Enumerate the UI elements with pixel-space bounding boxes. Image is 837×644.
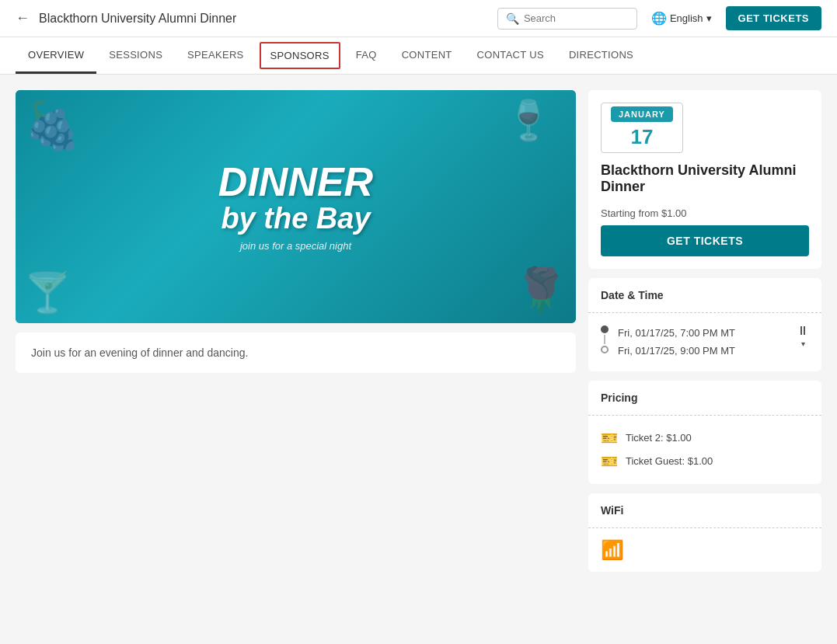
dot-start xyxy=(601,325,609,333)
date-month-badge: JANUARY xyxy=(611,106,673,122)
tab-sponsors[interactable]: SPONSORS xyxy=(260,42,340,69)
dot-end xyxy=(601,346,609,353)
wifi-icon: 📶 xyxy=(601,539,624,560)
decor-wine-icon: 🍷 xyxy=(504,98,553,143)
pricing-body: 🎫 Ticket 2: $1.00 🎫 Ticket Guest: $1.00 xyxy=(588,416,821,484)
pricing-item-1: 🎫 Ticket 2: $1.00 xyxy=(601,426,809,450)
date-time-body: Fri, 01/17/25, 7:00 PM MT Fri, 01/17/25,… xyxy=(588,313,821,371)
tab-sessions[interactable]: SESSIONS xyxy=(96,38,175,74)
event-description: Join us for an evening of dinner and dan… xyxy=(31,346,560,359)
description-card: Join us for an evening of dinner and dan… xyxy=(16,332,576,373)
header-right: 🔍 🌐 English ▾ GET TICKETS xyxy=(497,6,821,30)
tab-faq[interactable]: FAQ xyxy=(344,38,389,74)
get-tickets-header-button[interactable]: GET TICKETS xyxy=(726,6,821,30)
event-banner-title-line2: by the Bay xyxy=(218,202,373,235)
decor-cocktail-icon: 🍸 xyxy=(23,270,71,315)
date-time-card: Date & Time Fri, 01/17/25, 7:00 PM MT Fr… xyxy=(588,278,821,371)
event-image-card: 🍇 🍷 🍸 🌹 DINNER by the Bay join us for a … xyxy=(16,90,576,323)
price-label: Starting from $1.00 xyxy=(601,207,809,219)
pricing-card: Pricing 🎫 Ticket 2: $1.00 🎫 Ticket Guest… xyxy=(588,381,821,484)
globe-icon: 🌐 xyxy=(651,11,667,26)
event-banner-title-line1: DINNER xyxy=(218,162,373,202)
search-box: 🔍 xyxy=(497,8,637,30)
date-time-header: Date & Time xyxy=(588,278,821,312)
tab-speakers[interactable]: SPEAKERS xyxy=(175,38,256,74)
tab-contact[interactable]: CONTACT US xyxy=(465,38,556,74)
pricing-header: Pricing xyxy=(588,381,821,415)
event-title-right: Blackthorn University Alumni Dinner xyxy=(601,162,809,195)
tab-directions[interactable]: DIRECTIONS xyxy=(556,38,646,74)
decor-flower-icon: 🌹 xyxy=(514,265,568,315)
calendar-expand-button[interactable]: ⏸ ▾ xyxy=(797,324,809,348)
date-day-number: 17 xyxy=(630,125,653,149)
ticket-icon-1: 🎫 xyxy=(601,430,618,447)
right-panel: JANUARY 17 Blackthorn University Alumni … xyxy=(588,90,821,572)
header-left: ← Blackthorn University Alumni Dinner xyxy=(16,10,236,26)
tab-content[interactable]: CONTENT xyxy=(389,38,465,74)
language-selector[interactable]: 🌐 English ▾ xyxy=(645,7,718,30)
tab-overview[interactable]: OVERVIEW xyxy=(16,38,96,74)
ticket-label-2: Ticket Guest: $1.00 xyxy=(626,455,713,467)
wifi-header: WiFi xyxy=(588,493,821,527)
calendar-pause-icon: ⏸ xyxy=(797,324,809,338)
decor-grapes-icon: 🍇 xyxy=(23,98,82,153)
date-badge-box: JANUARY 17 xyxy=(601,103,683,153)
search-icon: 🔍 xyxy=(506,12,519,25)
pricing-item-2: 🎫 Ticket Guest: $1.00 xyxy=(601,450,809,473)
datetime-times: Fri, 01/17/25, 7:00 PM MT Fri, 01/17/25,… xyxy=(618,324,787,360)
ticket-label-1: Ticket 2: $1.00 xyxy=(626,432,692,444)
left-panel: 🍇 🍷 🍸 🌹 DINNER by the Bay join us for a … xyxy=(16,90,576,572)
start-time: Fri, 01/17/25, 7:00 PM MT xyxy=(618,324,787,342)
language-label: English xyxy=(670,12,703,24)
event-banner-subtitle: join us for a special night xyxy=(218,240,373,252)
dot-line xyxy=(604,335,605,344)
datetime-dots xyxy=(601,324,609,353)
search-input[interactable] xyxy=(524,12,629,24)
chevron-down-icon: ▾ xyxy=(706,12,712,24)
nav-tabs: OVERVIEW SESSIONS SPEAKERS SPONSORS FAQ … xyxy=(0,37,837,75)
chevron-down-icon: ▾ xyxy=(801,339,805,348)
main-content: 🍇 🍷 🍸 🌹 DINNER by the Bay join us for a … xyxy=(0,75,837,587)
event-header-card: JANUARY 17 Blackthorn University Alumni … xyxy=(588,90,821,269)
page-title: Blackthorn University Alumni Dinner xyxy=(39,12,236,26)
end-time: Fri, 01/17/25, 9:00 PM MT xyxy=(618,342,787,360)
wifi-card: WiFi 📶 xyxy=(588,493,821,572)
event-banner: 🍇 🍷 🍸 🌹 DINNER by the Bay join us for a … xyxy=(16,90,576,323)
get-tickets-main-button[interactable]: GET TICKETS xyxy=(601,225,809,256)
datetime-row: Fri, 01/17/25, 7:00 PM MT Fri, 01/17/25,… xyxy=(601,324,809,360)
header: ← Blackthorn University Alumni Dinner 🔍 … xyxy=(0,0,837,37)
ticket-icon-2: 🎫 xyxy=(601,453,618,470)
back-button[interactable]: ← xyxy=(16,10,30,26)
event-image-text: DINNER by the Bay join us for a special … xyxy=(218,162,373,252)
wifi-body: 📶 xyxy=(588,528,821,572)
